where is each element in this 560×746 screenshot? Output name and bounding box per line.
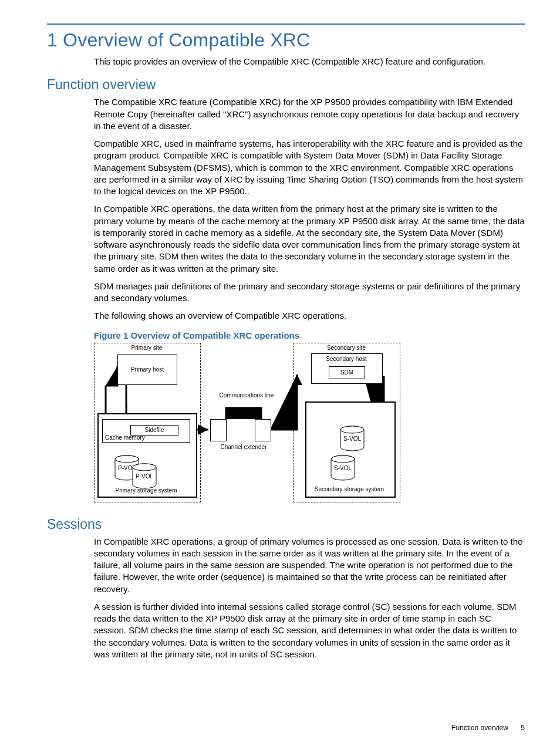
primary-site-label: Primary site <box>94 345 200 351</box>
top-rule <box>47 23 525 25</box>
svol-cylinder: S-VOL <box>339 425 365 452</box>
secondary-storage-label: Secondary storage system <box>305 486 393 492</box>
secondary-host-label: Secondary host <box>311 356 382 362</box>
paragraph: SDM manages pair definitions of the prim… <box>94 281 525 305</box>
paragraph: In Compatible XRC operations, the data w… <box>94 203 525 275</box>
section-sessions: Sessions <box>47 517 525 532</box>
svol-label-2: S-VOL <box>330 465 356 471</box>
svol-label-1: S-VOL <box>339 436 365 442</box>
pvol-label-2: P-VOL <box>131 473 157 480</box>
channel-extender-2 <box>255 419 271 441</box>
paragraph: The following shows an overview of Compa… <box>94 310 525 322</box>
section-function-overview: Function overview <box>47 77 525 93</box>
paragraph: Compatible XRC, used in mainframe system… <box>94 138 525 197</box>
svol-cylinder-2: S-VOL <box>330 454 356 481</box>
page: 1 Overview of Compatible XRC This topic … <box>0 0 560 746</box>
svg-point-3 <box>133 464 156 471</box>
channel-extender-label: Channel extender <box>205 444 282 450</box>
svg-point-1 <box>115 455 139 463</box>
paragraph: The Compatible XRC feature (Compatible X… <box>94 96 525 132</box>
secondary-site-label: Secondary site <box>294 345 399 351</box>
page-number: 5 <box>521 724 525 732</box>
sdm-box: SDM <box>329 366 365 379</box>
channel-extender-1 <box>210 419 227 441</box>
primary-storage-label: Primary storage system <box>97 487 195 494</box>
page-title: 1 Overview of Compatible XRC <box>47 29 525 51</box>
footer-section-label: Function overview <box>451 724 508 732</box>
figure-caption: Figure 1 Overview of Compatible XRC oper… <box>94 330 525 340</box>
figure-diagram: Primary site Primary host Cache memory S… <box>94 343 405 507</box>
pvol-cylinder-2: P-VOL <box>131 463 157 490</box>
sidefile-box: Sidefile <box>130 425 178 436</box>
paragraph: In Compatible XRC operations, a group of… <box>94 536 525 595</box>
svg-point-7 <box>331 455 355 463</box>
comm-line-label: Communications line <box>217 392 276 399</box>
primary-host-box: Primary host <box>117 355 177 385</box>
paragraph: A session is further divided into intern… <box>94 601 525 660</box>
svg-point-5 <box>340 426 364 433</box>
intro-paragraph: This topic provides an overview of the C… <box>94 56 525 67</box>
page-footer: Function overview 5 <box>451 724 525 732</box>
